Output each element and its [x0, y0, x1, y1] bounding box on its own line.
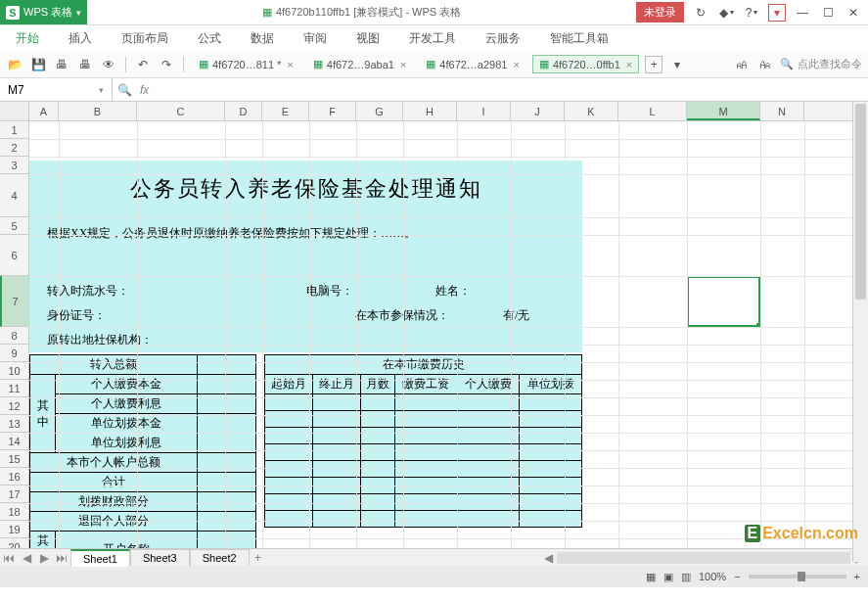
ribbon-tab-insert[interactable]: 插入	[63, 26, 98, 51]
col-header-A[interactable]: A	[29, 102, 59, 120]
row-header-6[interactable]: 6	[0, 235, 29, 276]
redo-icon[interactable]: ↷	[158, 56, 175, 73]
help-icon[interactable]: ?	[743, 4, 760, 22]
new-tab-button[interactable]: +	[645, 56, 662, 73]
col-header-J[interactable]: J	[511, 102, 565, 120]
zoom-thumb[interactable]	[798, 572, 805, 581]
row-header-16[interactable]: 16	[0, 468, 29, 485]
col-header-L[interactable]: L	[618, 102, 687, 120]
close-button[interactable]: ✕	[845, 4, 862, 22]
minimize-button[interactable]: —	[794, 4, 811, 22]
row-header-9[interactable]: 9	[0, 345, 29, 362]
col-header-H[interactable]: H	[403, 102, 457, 120]
hscroll-left[interactable]: ◀	[539, 551, 557, 565]
caret-down-icon[interactable]: ▾	[76, 8, 81, 18]
col-header-K[interactable]: K	[565, 102, 618, 120]
row-header-19[interactable]: 19	[0, 521, 29, 538]
col-header-G[interactable]: G	[356, 102, 403, 120]
skin-icon[interactable]: ◆	[717, 4, 735, 22]
ribbon-tab-tools[interactable]: 智能工具箱	[544, 26, 615, 51]
close-icon[interactable]: ×	[513, 59, 519, 70]
ribbon-tab-data[interactable]: 数据	[245, 26, 280, 51]
row-header-7[interactable]: 7	[0, 276, 29, 327]
zoom-slider[interactable]	[749, 575, 846, 578]
select-all-corner[interactable]	[0, 102, 29, 120]
close-icon[interactable]: ×	[287, 59, 293, 70]
ribbon-tab-view[interactable]: 视图	[350, 26, 386, 51]
row-header-12[interactable]: 12	[0, 397, 29, 415]
row-header-17[interactable]: 17	[0, 485, 29, 503]
undo-icon[interactable]: ↶	[134, 56, 152, 73]
col-header-M[interactable]: M	[687, 102, 760, 120]
sheet-tab-2[interactable]: Sheet2	[190, 549, 250, 566]
col-header-D[interactable]: D	[225, 102, 262, 120]
zoom-in-button[interactable]: +	[854, 571, 860, 582]
row-header-8[interactable]: 8	[0, 327, 29, 345]
sheet-nav-prev[interactable]: ◀	[18, 551, 35, 565]
file-tab-1[interactable]: ▦4f672…9aba1×	[306, 55, 414, 73]
print-icon[interactable]: 🖶	[76, 56, 94, 73]
command-search[interactable]: 🔍点此查找命令	[780, 57, 862, 71]
ribbon-tab-formula[interactable]: 公式	[192, 26, 227, 51]
row-header-10[interactable]: 10	[0, 362, 29, 380]
scrollbar-thumb[interactable]	[855, 104, 866, 300]
view-layout-icon[interactable]: ▥	[681, 571, 691, 583]
sheet-nav-first[interactable]: ⏮	[0, 551, 18, 565]
view-page-icon[interactable]: ▣	[663, 571, 673, 583]
row-header-13[interactable]: 13	[0, 415, 29, 433]
fx-label[interactable]: fx	[136, 83, 153, 97]
row-header-15[interactable]: 15	[0, 450, 29, 468]
open-icon[interactable]: 📂	[6, 56, 23, 73]
sheet-nav-next[interactable]: ▶	[35, 551, 53, 565]
row-header-4[interactable]: 4	[0, 174, 29, 217]
ribbon-tab-cloud[interactable]: 云服务	[480, 26, 526, 51]
sync-icon[interactable]: ↻	[692, 4, 709, 22]
view-normal-icon[interactable]: ▦	[646, 571, 656, 583]
search-fn-icon[interactable]: 🔍	[113, 83, 136, 97]
horizontal-scrollbar[interactable]	[557, 552, 850, 564]
col-header-N[interactable]: N	[760, 102, 804, 120]
chevron-down-icon[interactable]: ▾	[99, 85, 104, 95]
maximize-button[interactable]: ☐	[819, 4, 837, 22]
col-header-B[interactable]: B	[59, 102, 137, 120]
ribbon-tab-start[interactable]: 开始	[10, 26, 45, 51]
row-header-5[interactable]: 5	[0, 217, 29, 235]
name-box[interactable]: M7 ▾	[0, 78, 113, 101]
ribbon-tab-review[interactable]: 审阅	[297, 26, 333, 51]
collapse-ribbon-icon[interactable]: ▾	[768, 4, 786, 22]
row-header-20[interactable]: 20	[0, 538, 29, 548]
file-tab-0[interactable]: ▦4f6720…811 *×	[192, 55, 300, 73]
row-header-2[interactable]: 2	[0, 139, 29, 157]
add-sheet-button[interactable]: +	[250, 551, 267, 565]
close-icon[interactable]: ×	[400, 59, 406, 70]
row-header-14[interactable]: 14	[0, 433, 29, 450]
row-header-1[interactable]: 1	[0, 121, 29, 139]
spreadsheet-grid[interactable]: A B C D E F G H I J K L M N 公务员转入养老保险基金处…	[0, 102, 868, 548]
file-tab-3[interactable]: ▦4f6720…0ffb1×	[532, 55, 639, 73]
row-header-3[interactable]: 3	[0, 157, 29, 174]
ribbon-tab-layout[interactable]: 页面布局	[115, 26, 174, 51]
col-header-F[interactable]: F	[309, 102, 356, 120]
preview-icon[interactable]: 👁	[100, 56, 117, 73]
col-header-E[interactable]: E	[262, 102, 309, 120]
cells-area[interactable]: 公务员转入养老保险基金处理通知 根据XX规定，公务员退休时原缴纳养老保险费按如下…	[0, 121, 868, 548]
ribbon-tab-dev[interactable]: 开发工具	[403, 26, 462, 51]
sheet-tab-0[interactable]: Sheet1	[70, 549, 130, 567]
row-header-18[interactable]: 18	[0, 503, 29, 521]
vertical-scrollbar[interactable]	[852, 102, 868, 562]
zoom-out-button[interactable]: −	[734, 571, 740, 582]
tab-list-icon[interactable]: ▾	[668, 56, 686, 73]
sheet-tab-1[interactable]: Sheet3	[130, 549, 190, 566]
zoom-value[interactable]: 100%	[699, 571, 726, 582]
login-status-badge[interactable]: 未登录	[636, 2, 684, 23]
col-header-C[interactable]: C	[137, 102, 225, 120]
close-icon[interactable]: ×	[626, 59, 632, 70]
save-icon[interactable]: 💾	[29, 56, 47, 73]
font-smaller-icon[interactable]: 🗛	[756, 56, 774, 73]
font-bigger-icon[interactable]: 🗚	[733, 56, 751, 73]
file-tab-2[interactable]: ▦4f672…a2981×	[419, 55, 526, 73]
print-quick-icon[interactable]: 🖶	[53, 56, 70, 73]
col-header-I[interactable]: I	[457, 102, 511, 120]
row-header-11[interactable]: 11	[0, 380, 29, 397]
sheet-nav-last[interactable]: ⏭	[53, 551, 70, 565]
